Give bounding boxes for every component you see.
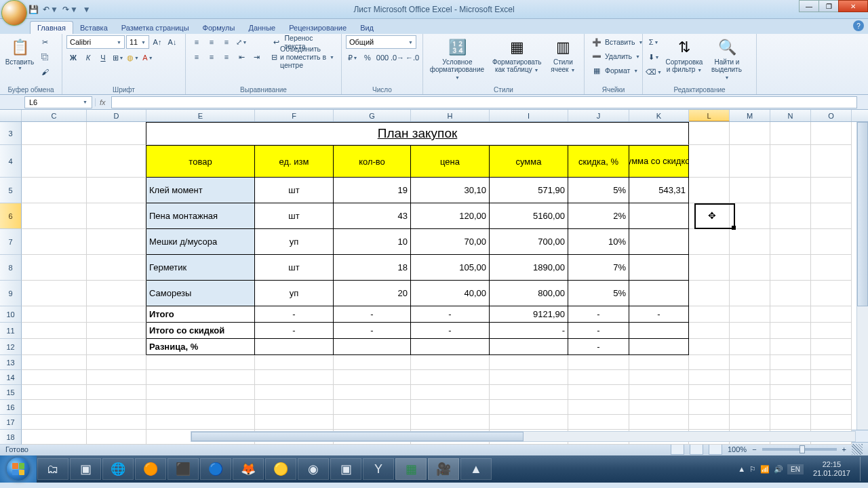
tab-review[interactable]: Рецензирование: [282, 22, 353, 34]
worksheet-grid[interactable]: C D E F G H I J K L M N O 3 План закупок…: [0, 110, 868, 430]
select-all-corner[interactable]: [0, 110, 22, 121]
taskbar-app-icon[interactable]: 🟡: [265, 458, 296, 480]
fill-color-button[interactable]: ◍▼: [126, 51, 140, 64]
sort-filter-button[interactable]: ⇅Сортировкаи фильтр ▼: [663, 35, 705, 75]
table-cell[interactable]: -: [411, 323, 490, 339]
table-cell[interactable]: 571,90: [490, 178, 568, 203]
font-name-combo[interactable]: Calibri▼: [66, 35, 125, 49]
table-cell[interactable]: 40,00: [411, 281, 490, 306]
percent-icon[interactable]: %: [361, 51, 374, 64]
taskbar-app-icon[interactable]: 🟠: [135, 458, 166, 480]
format-as-table-button[interactable]: ▦Форматироватькак таблицу ▼: [490, 35, 544, 75]
col-header[interactable]: L: [689, 110, 730, 121]
clear-icon[interactable]: ⌫▼: [647, 65, 660, 79]
table-cell[interactable]: Клей момент: [146, 178, 255, 203]
table-header[interactable]: цена: [411, 145, 490, 178]
autosum-icon[interactable]: Σ▼: [647, 35, 660, 49]
formula-input[interactable]: [111, 96, 857, 108]
vertical-scrollbar[interactable]: [856, 122, 868, 430]
table-cell[interactable]: уп: [255, 229, 334, 255]
taskbar-app-icon[interactable]: ▣: [330, 458, 361, 480]
italic-button[interactable]: К: [81, 51, 95, 64]
table-cell[interactable]: Итого: [146, 306, 255, 323]
table-cell[interactable]: 700,00: [490, 229, 568, 255]
table-cell[interactable]: -: [334, 323, 411, 339]
tray-show-hidden-icon[interactable]: ▲: [738, 465, 745, 473]
table-cell[interactable]: [411, 339, 490, 355]
tray-volume-icon[interactable]: 🔊: [774, 465, 783, 474]
taskbar-app-icon[interactable]: 🎥: [428, 458, 459, 480]
tray-clock[interactable]: 22:1521.01.2017: [808, 460, 856, 478]
col-header[interactable]: C: [22, 110, 87, 121]
row-header[interactable]: 12: [0, 339, 22, 355]
taskbar-chrome-icon[interactable]: ◉: [298, 458, 329, 480]
table-header[interactable]: кол-во: [334, 145, 411, 178]
underline-button[interactable]: Ч: [96, 51, 110, 64]
table-cell[interactable]: шт: [255, 203, 334, 229]
taskbar-yandex-icon[interactable]: Y: [363, 458, 394, 480]
close-button[interactable]: ✕: [838, 0, 868, 12]
tab-formulas[interactable]: Формулы: [196, 22, 242, 34]
table-cell[interactable]: 30,10: [411, 178, 490, 203]
taskbar-explorer-icon[interactable]: 🗂: [37, 458, 68, 480]
col-header[interactable]: E: [146, 110, 255, 121]
insert-cells-button[interactable]: ➕Вставить▼: [589, 35, 646, 49]
row-header[interactable]: 18: [0, 430, 22, 445]
row-header[interactable]: 8: [0, 255, 22, 281]
table-cell[interactable]: Герметик: [146, 255, 255, 281]
col-header[interactable]: J: [568, 110, 629, 121]
row-header[interactable]: 17: [0, 415, 22, 430]
table-cell[interactable]: 70,00: [411, 229, 490, 255]
undo-icon[interactable]: ↶▼: [43, 5, 58, 14]
taskbar-app-icon[interactable]: 🔵: [200, 458, 231, 480]
align-top-icon[interactable]: ≡: [190, 35, 203, 49]
row-header[interactable]: 5: [0, 178, 22, 203]
resize-grip[interactable]: [852, 444, 863, 455]
table-cell[interactable]: Пена монтажная: [146, 203, 255, 229]
border-button[interactable]: ⊞▼: [111, 51, 125, 64]
table-cell[interactable]: -: [568, 323, 629, 339]
font-size-combo[interactable]: 11▼: [126, 35, 149, 49]
font-color-button[interactable]: A▼: [141, 51, 155, 64]
increase-font-icon[interactable]: A↑: [151, 35, 164, 49]
increase-decimal-icon[interactable]: .0→: [391, 51, 404, 64]
page-break-view-icon[interactable]: [709, 444, 722, 455]
bold-button[interactable]: Ж: [66, 51, 80, 64]
table-cell[interactable]: [490, 339, 568, 355]
delete-cells-button[interactable]: ➖Удалить▼: [589, 49, 643, 63]
fill-icon[interactable]: ⬇▼: [647, 50, 660, 64]
table-cell[interactable]: 20: [334, 281, 411, 306]
row-header[interactable]: 3: [0, 122, 22, 145]
col-header[interactable]: N: [770, 110, 811, 121]
redo-icon[interactable]: ↷▼: [62, 5, 78, 14]
decrease-font-icon[interactable]: A↓: [165, 35, 179, 49]
tray-flag-icon[interactable]: ⚐: [749, 465, 756, 474]
table-cell[interactable]: [629, 339, 689, 355]
table-cell[interactable]: 5160,00: [490, 203, 568, 229]
table-cell[interactable]: [629, 203, 689, 229]
tray-network-icon[interactable]: 📶: [760, 465, 770, 474]
row-header[interactable]: 4: [0, 145, 22, 178]
table-cell[interactable]: -: [411, 306, 490, 323]
tray-language[interactable]: EN: [787, 464, 804, 474]
row-header[interactable]: 9: [0, 281, 22, 306]
comma-icon[interactable]: 000: [376, 51, 389, 64]
taskbar-excel-icon[interactable]: ▦: [395, 458, 427, 480]
row-header[interactable]: 15: [0, 385, 22, 400]
orientation-icon[interactable]: ⤢▼: [235, 35, 248, 49]
col-header[interactable]: D: [87, 110, 146, 121]
table-cell[interactable]: [629, 281, 689, 306]
row-header[interactable]: 6: [0, 203, 22, 229]
zoom-out-icon[interactable]: −: [752, 445, 756, 453]
conditional-formatting-button[interactable]: 🔢Условное форматирование ▼: [427, 35, 488, 82]
table-cell[interactable]: [629, 229, 689, 255]
table-cell[interactable]: -: [490, 323, 568, 339]
table-cell[interactable]: 543,31: [629, 178, 689, 203]
table-header[interactable]: товар: [146, 145, 255, 178]
table-cell[interactable]: -: [629, 306, 689, 323]
align-center-icon[interactable]: ≡: [205, 50, 218, 64]
normal-view-icon[interactable]: [671, 444, 684, 455]
show-desktop-button[interactable]: [860, 457, 865, 481]
row-header[interactable]: 7: [0, 229, 22, 255]
table-cell[interactable]: шт: [255, 255, 334, 281]
